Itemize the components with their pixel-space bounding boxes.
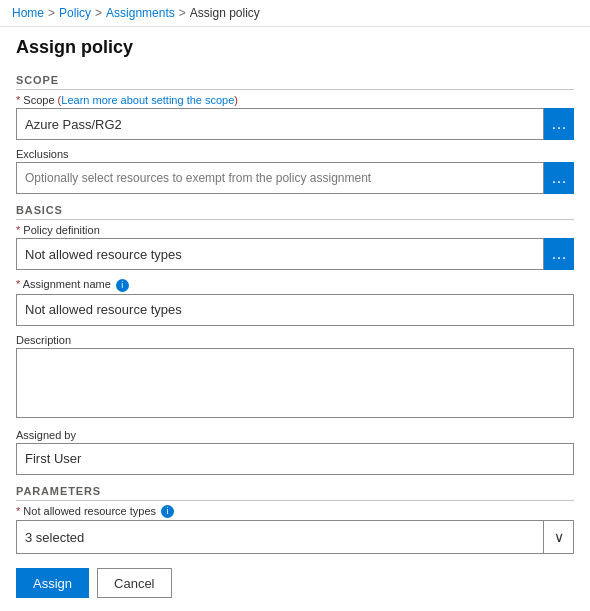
description-field-group: Description — [16, 334, 574, 421]
policy-def-label: Policy definition — [16, 224, 574, 236]
basics-section-header: BASICS — [16, 204, 574, 220]
assignment-name-input[interactable] — [16, 294, 574, 326]
cancel-button[interactable]: Cancel — [97, 568, 171, 598]
param-field-group: Not allowed resource types i 3 selected … — [16, 505, 574, 555]
breadcrumb: Home > Policy > Assignments > Assign pol… — [0, 0, 590, 27]
scope-label: Scope (Learn more about setting the scop… — [16, 94, 574, 106]
page-wrapper: Home > Policy > Assignments > Assign pol… — [0, 0, 590, 611]
assigned-by-label-text: Assigned by — [16, 429, 76, 441]
assigned-by-field-group: Assigned by — [16, 429, 574, 475]
policy-def-select-button[interactable]: … — [544, 238, 574, 270]
breadcrumb-sep-2: > — [95, 6, 102, 20]
policy-def-input-wrapper: … — [16, 238, 574, 270]
assignment-name-field-group: Assignment name i — [16, 278, 574, 326]
breadcrumb-home[interactable]: Home — [12, 6, 44, 20]
param-select-wrapper: 3 selected ∨ — [16, 520, 574, 554]
exclusions-label-text: Exclusions — [16, 148, 69, 160]
page-title: Assign policy — [16, 37, 574, 58]
param-label-text: Not allowed resource types — [23, 505, 156, 517]
assigned-by-input[interactable] — [16, 443, 574, 475]
policy-def-field-group: Policy definition … — [16, 224, 574, 270]
param-chevron-button[interactable]: ∨ — [543, 521, 573, 553]
param-select-value[interactable]: 3 selected — [17, 521, 543, 553]
exclusions-input[interactable] — [16, 162, 544, 194]
description-label: Description — [16, 334, 574, 346]
assign-button[interactable]: Assign — [16, 568, 89, 598]
breadcrumb-sep-3: > — [179, 6, 186, 20]
exclusions-field-group: Exclusions … — [16, 148, 574, 194]
policy-def-label-text: Policy definition — [23, 224, 99, 236]
description-label-text: Description — [16, 334, 71, 346]
actions-row: Assign Cancel — [16, 568, 574, 598]
assignment-name-label: Assignment name i — [16, 278, 574, 292]
exclusions-input-wrapper: … — [16, 162, 574, 194]
policy-def-input[interactable] — [16, 238, 544, 270]
scope-select-button[interactable]: … — [544, 108, 574, 140]
page-content: Assign policy SCOPE Scope (Learn more ab… — [0, 27, 590, 611]
parameters-section-header: PARAMETERS — [16, 485, 574, 501]
param-info-icon[interactable]: i — [161, 505, 174, 518]
scope-section-header: SCOPE — [16, 74, 574, 90]
breadcrumb-sep-1: > — [48, 6, 55, 20]
scope-input-wrapper: … — [16, 108, 574, 140]
scope-field-group: Scope (Learn more about setting the scop… — [16, 94, 574, 140]
breadcrumb-assignments[interactable]: Assignments — [106, 6, 175, 20]
param-label: Not allowed resource types i — [16, 505, 574, 519]
scope-learn-more-link[interactable]: Learn more about setting the scope — [61, 94, 234, 106]
breadcrumb-assign-policy: Assign policy — [190, 6, 260, 20]
assigned-by-label: Assigned by — [16, 429, 574, 441]
assignment-name-info-icon[interactable]: i — [116, 279, 129, 292]
description-textarea[interactable] — [16, 348, 574, 418]
exclusions-select-button[interactable]: … — [544, 162, 574, 194]
breadcrumb-policy[interactable]: Policy — [59, 6, 91, 20]
scope-label-text: Scope — [23, 94, 54, 106]
assignment-name-label-text: Assignment name — [23, 278, 111, 290]
scope-input[interactable] — [16, 108, 544, 140]
exclusions-label: Exclusions — [16, 148, 574, 160]
